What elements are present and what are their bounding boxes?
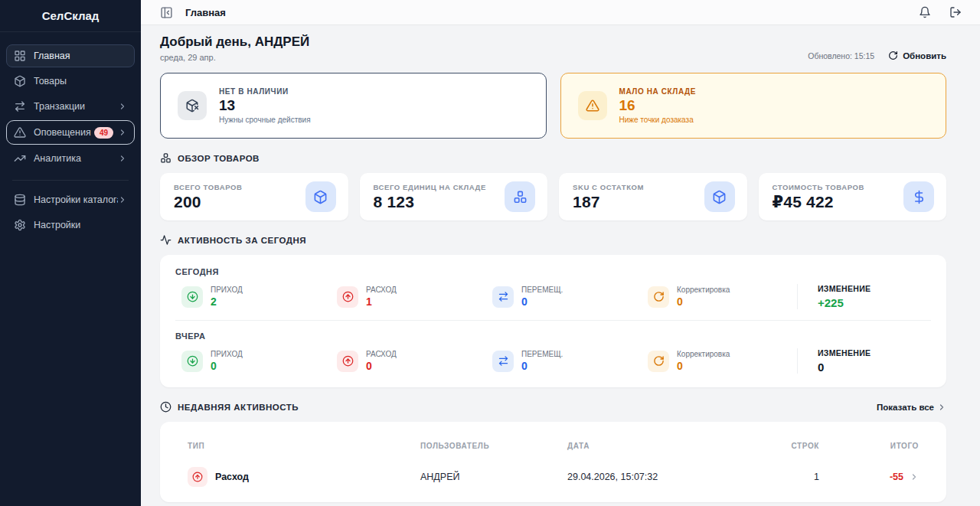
clock-icon	[160, 401, 172, 413]
alert-icon-chip	[578, 91, 607, 120]
overview-section-header: ОБЗОР ТОВАРОВ	[160, 152, 946, 164]
stat-body: SKU С ОСТАТКОМ 187	[573, 183, 644, 211]
metric-label: ПЕРЕМЕЩ.	[521, 286, 563, 294]
metric-body: Корректировка 0	[677, 286, 730, 308]
metric-body: ПРИХОД 2	[211, 286, 243, 308]
metric-value: 0	[211, 360, 243, 372]
logout-icon[interactable]	[949, 6, 962, 18]
sidebar-item-catalog-settings[interactable]: Настройки каталога	[6, 188, 135, 211]
rotate-icon	[653, 291, 665, 302]
recent-section-header: НЕДАВНЯЯ АКТИВНОСТЬ Показать все	[160, 401, 946, 413]
greeting-row: Добрый день, АНДРЕЙ среда, 29 апр. Обнов…	[160, 34, 946, 62]
stat-icon-chip	[903, 181, 934, 212]
rotate-icon	[653, 355, 665, 367]
chevron-right-icon	[937, 403, 946, 412]
alert-card-low-stock[interactable]: МАЛО НА СКЛАДЕ 16 Ниже точки дозаказа	[560, 73, 947, 139]
metric-icon-chip	[337, 351, 358, 372]
metric-label: Корректировка	[677, 350, 730, 358]
column-header-lines: СТРОК	[735, 442, 819, 450]
panel-left-collapse-icon[interactable]	[160, 6, 173, 19]
metrics-row-yesterday: ПРИХОД 0 РАСХОД 0	[175, 348, 931, 374]
column-header-type: ТИП	[188, 442, 420, 450]
package-icon	[14, 75, 26, 87]
table-row[interactable]: Расход АНДРЕЙ 29.04.2026, 15:07:32 1 -55	[188, 467, 919, 487]
alert-value: 13	[219, 97, 311, 114]
alert-subtitle: Ниже точки дозаказа	[619, 116, 697, 124]
stat-card-sku-in-stock: SKU С ОСТАТКОМ 187	[559, 173, 747, 220]
alerts-count-badge: 49	[94, 127, 113, 139]
stat-icon-chip	[505, 181, 535, 212]
stat-card-stock-value: СТОИМОСТЬ ТОВАРОВ ₽45 422	[759, 173, 947, 220]
alert-title: МАЛО НА СКЛАДЕ	[619, 87, 697, 96]
package-x-icon	[185, 99, 199, 113]
sidebar-item-home[interactable]: Главная	[6, 44, 135, 67]
sidebar-divider	[12, 180, 129, 181]
topbar-actions	[919, 6, 962, 18]
updated-timestamp: Обновлено: 15:15	[808, 51, 874, 60]
transaction-user: АНДРЕЙ	[420, 472, 567, 482]
chevron-right-icon[interactable]	[910, 472, 919, 482]
stat-label: SKU С ОСТАТКОМ	[573, 183, 644, 191]
section-title: НЕДАВНЯЯ АКТИВНОСТЬ	[178, 403, 299, 412]
metric-body: РАСХОД 1	[366, 286, 397, 308]
trending-up-icon	[14, 152, 26, 165]
sidebar-item-label: Настройки каталога	[34, 194, 118, 205]
alert-cards-row: НЕТ В НАЛИЧИИ 13 Нужны срочные действия …	[160, 73, 946, 139]
section-title: ОБЗОР ТОВАРОВ	[178, 154, 260, 163]
stat-body: ВСЕГО ЕДИНИЦ НА СКЛАДЕ 8 123	[374, 183, 486, 211]
activity-divider	[175, 320, 931, 321]
app-logo-title: СелСклад	[0, 0, 141, 32]
transaction-type: Расход	[215, 472, 249, 482]
page-content: Добрый день, АНДРЕЙ среда, 29 апр. Обнов…	[141, 25, 980, 502]
metric-change: ИЗМЕНЕНИЕ +225	[797, 284, 931, 309]
page-title: Главная	[185, 7, 226, 18]
sidebar-item-label: Товары	[34, 76, 127, 87]
metric-icon-chip	[181, 351, 203, 372]
sidebar: СелСклад Главная Товары Транзакции Опове…	[0, 0, 141, 506]
transfer-arrows-icon	[14, 100, 26, 113]
sidebar-item-settings[interactable]: Настройки	[6, 214, 135, 237]
stat-label: ВСЕГО ТОВАРОВ	[174, 183, 242, 191]
app-window: СелСклад Главная Товары Транзакции Опове…	[0, 0, 980, 506]
metric-change: ИЗМЕНЕНИЕ 0	[797, 348, 931, 374]
transfer-arrows-icon	[498, 291, 509, 302]
refresh-button[interactable]: Обновить	[888, 51, 946, 60]
greeting-text: Добрый день, АНДРЕЙ	[160, 34, 309, 50]
package-icon	[313, 190, 328, 204]
metric-transfer: ПЕРЕМЕЩ. 0	[486, 350, 642, 372]
stat-card-total-units: ВСЕГО ЕДИНИЦ НА СКЛАДЕ 8 123	[360, 173, 548, 220]
change-value: +225	[818, 296, 931, 309]
sidebar-item-products[interactable]: Товары	[6, 70, 135, 93]
gear-icon	[14, 219, 26, 231]
sidebar-item-label: Настройки	[34, 220, 127, 230]
arrow-down-circle-icon	[187, 355, 198, 367]
bell-icon[interactable]	[919, 6, 931, 18]
sidebar-item-label: Аналитика	[34, 153, 118, 164]
total-cell: -55	[819, 472, 919, 482]
alert-card-body: НЕТ В НАЛИЧИИ 13 Нужны срочные действия	[219, 87, 311, 124]
metric-value: 0	[521, 295, 563, 308]
period-label-yesterday: ВЧЕРА	[175, 331, 931, 341]
stat-card-total-products: ВСЕГО ТОВАРОВ 200	[160, 173, 348, 220]
arrow-up-circle-icon	[342, 355, 354, 367]
column-header-user: ПОЛЬЗОВАТЕЛЬ	[420, 442, 567, 450]
stat-body: СТОИМОСТЬ ТОВАРОВ ₽45 422	[773, 183, 864, 211]
alert-card-out-of-stock[interactable]: НЕТ В НАЛИЧИИ 13 Нужны срочные действия	[160, 73, 547, 139]
alert-icon-chip	[178, 91, 207, 120]
metric-outbound: РАСХОД 0	[331, 350, 486, 372]
activity-card: СЕГОДНЯ ПРИХОД 2	[160, 255, 946, 387]
change-label: ИЗМЕНЕНИЕ	[818, 348, 931, 357]
stat-cards-row: ВСЕГО ТОВАРОВ 200 ВСЕГО ЕДИНИЦ НА СКЛАДЕ…	[160, 173, 946, 220]
transaction-lines: 1	[735, 472, 819, 482]
greeting-date: среда, 29 апр.	[160, 53, 309, 62]
transaction-total: -55	[890, 472, 903, 482]
metric-icon-chip	[648, 351, 669, 372]
show-all-link[interactable]: Показать все	[877, 403, 946, 412]
sidebar-item-transactions[interactable]: Транзакции	[6, 95, 135, 118]
sidebar-item-alerts[interactable]: Оповещения 49	[6, 120, 135, 145]
sidebar-item-analytics[interactable]: Аналитика	[6, 147, 135, 170]
metric-label: РАСХОД	[366, 286, 397, 294]
metric-label: ПРИХОД	[211, 350, 243, 358]
stat-value: 8 123	[374, 193, 486, 211]
chevron-right-icon	[118, 128, 127, 137]
